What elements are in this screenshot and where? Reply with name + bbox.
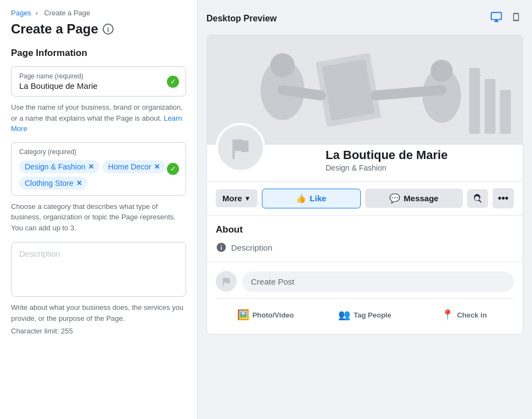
breadcrumb-pages-link[interactable]: Pages xyxy=(11,9,31,17)
monitor-icon xyxy=(490,11,502,23)
create-post-top: Create Post xyxy=(216,271,514,292)
tag-design-fashion-remove[interactable]: × xyxy=(89,162,94,171)
about-description-row: Description xyxy=(216,242,514,253)
tag-people-label: Tag People xyxy=(354,311,391,319)
description-helper-text: Write about what your business does, the… xyxy=(11,302,186,324)
tag-home-decor-label: Home Decor xyxy=(108,162,152,171)
about-info-icon xyxy=(216,242,227,253)
left-panel: Pages › Create a Page Create a Page i Pa… xyxy=(0,0,198,419)
search-icon xyxy=(473,194,483,203)
svg-rect-9 xyxy=(469,68,480,134)
action-bar: More ▼ 👍 Like 💬 Message ••• xyxy=(207,182,523,216)
preview-page-name: La Boutique de Marie xyxy=(326,148,447,162)
breadcrumb: Pages › Create a Page xyxy=(11,9,186,17)
thumbs-up-icon: 👍 xyxy=(296,194,306,203)
category-tags-row: Design & Fashion × Home Decor × Clothing… xyxy=(19,160,178,190)
section-page-information: Page Information xyxy=(11,48,186,59)
photo-video-button[interactable]: 🖼️ Photo/Video xyxy=(216,304,315,325)
tag-design-fashion-label: Design & Fashion xyxy=(25,162,86,171)
tag-people-icon: 👥 xyxy=(338,309,350,321)
svg-line-7 xyxy=(283,90,321,95)
page-name-label: Page name (required) xyxy=(19,72,178,80)
page-name-helper: Use the name of your business, brand or … xyxy=(11,102,186,134)
tag-clothing-store-remove[interactable]: × xyxy=(77,179,82,188)
category-field[interactable]: Category (required) ✓ Design & Fashion ×… xyxy=(11,142,186,196)
tag-clothing-store[interactable]: Clothing Store × xyxy=(19,177,87,190)
page-name-check-icon: ✓ xyxy=(167,76,179,88)
preview-card: La Boutique de Marie Design & Fashion Mo… xyxy=(206,35,523,335)
svg-rect-10 xyxy=(485,79,496,134)
search-button[interactable] xyxy=(467,189,488,208)
tag-home-decor-remove[interactable]: × xyxy=(154,162,159,171)
tag-clothing-store-label: Clothing Store xyxy=(25,179,74,188)
more-options-button[interactable]: ••• xyxy=(492,188,514,208)
tag-home-decor[interactable]: Home Decor × xyxy=(103,160,165,173)
svg-rect-11 xyxy=(500,90,511,134)
svg-point-6 xyxy=(431,60,453,82)
svg-line-8 xyxy=(376,90,442,95)
photo-video-label: Photo/Video xyxy=(253,311,294,319)
avatar-wrap xyxy=(216,123,265,172)
desktop-preview-btn[interactable] xyxy=(488,9,505,28)
small-avatar-icon xyxy=(220,275,232,287)
breadcrumb-current: Create a Page xyxy=(44,9,90,17)
check-in-label: Check in xyxy=(457,311,486,319)
category-check-icon: ✓ xyxy=(167,163,179,175)
about-description-text: Description xyxy=(231,243,272,252)
small-avatar xyxy=(216,271,237,292)
page-name-value: La Boutique de Marie xyxy=(19,81,178,90)
chevron-down-icon: ▼ xyxy=(244,195,251,202)
preview-title: Desktop Preview xyxy=(206,14,277,24)
category-label: Category (required) xyxy=(19,148,178,156)
like-button[interactable]: 👍 Like xyxy=(262,189,361,208)
more-button[interactable]: More ▼ xyxy=(216,189,257,207)
character-limit: Character limit: 255 xyxy=(11,327,186,335)
profile-section: La Boutique de Marie Design & Fashion xyxy=(207,145,523,182)
tag-people-button[interactable]: 👥 Tag People xyxy=(315,304,415,325)
ellipsis-icon: ••• xyxy=(498,192,508,204)
device-toggle-group xyxy=(488,9,523,28)
svg-point-2 xyxy=(271,53,295,77)
preview-header: Desktop Preview xyxy=(206,9,523,28)
create-post-section: Create Post 🖼️ Photo/Video 👥 Tag People … xyxy=(207,262,523,334)
photo-icon: 🖼️ xyxy=(237,309,249,321)
check-in-button[interactable]: 📍 Check in xyxy=(415,304,514,325)
description-placeholder: Description xyxy=(19,249,178,258)
breadcrumb-separator: › xyxy=(36,9,38,17)
about-section: About Description xyxy=(207,216,523,262)
about-title: About xyxy=(216,224,514,235)
location-icon: 📍 xyxy=(441,309,453,321)
mobile-preview-btn[interactable] xyxy=(509,9,523,28)
messenger-icon: 💬 xyxy=(389,193,400,203)
svg-rect-4 xyxy=(322,59,374,121)
avatar xyxy=(216,123,265,172)
create-a-page-title: Create a Page xyxy=(11,21,98,37)
right-panel: Desktop Preview xyxy=(198,0,532,419)
phone-icon xyxy=(511,11,521,23)
post-actions-row: 🖼️ Photo/Video 👥 Tag People 📍 Check in xyxy=(216,298,514,325)
page-title-row: Create a Page i xyxy=(11,21,186,37)
info-icon[interactable]: i xyxy=(103,24,114,35)
tag-design-fashion[interactable]: Design & Fashion × xyxy=(19,160,99,173)
category-helper-text: Choose a category that describes what ty… xyxy=(11,201,186,234)
avatar-icon xyxy=(227,134,254,161)
preview-page-category: Design & Fashion xyxy=(326,163,447,172)
page-name-area: La Boutique de Marie Design & Fashion xyxy=(265,143,447,172)
description-field[interactable]: Description xyxy=(11,242,186,297)
message-button[interactable]: 💬 Message xyxy=(365,189,463,208)
page-name-field[interactable]: Page name (required) La Boutique de Mari… xyxy=(11,66,186,97)
create-post-button[interactable]: Create Post xyxy=(242,271,514,292)
